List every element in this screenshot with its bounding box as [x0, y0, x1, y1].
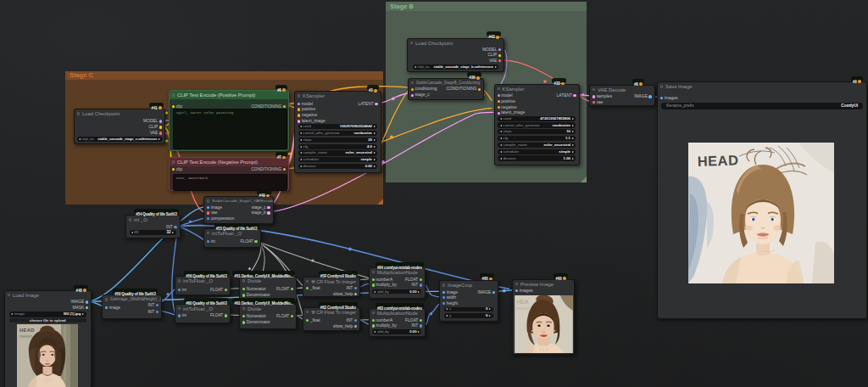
svg-text:PRESENT: PRESENT: [516, 307, 530, 311]
svg-text:HEA: HEA: [516, 299, 529, 305]
svg-text:PRESENT: PRESENT: [19, 335, 32, 339]
svg-text:HEAD: HEAD: [19, 328, 35, 333]
svg-text:HEAD: HEAD: [697, 152, 738, 169]
